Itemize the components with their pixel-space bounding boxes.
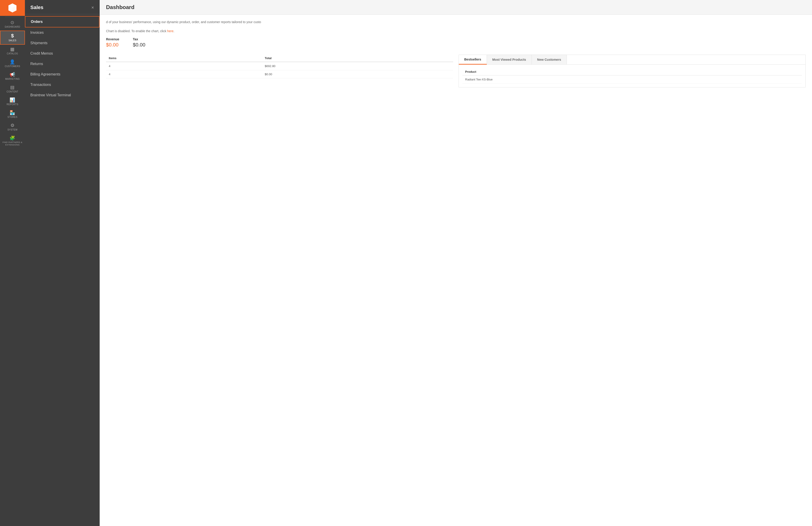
flyout-item-returns[interactable]: Returns [25, 59, 100, 69]
catalog-icon: ▦ [10, 47, 15, 52]
bestsellers-table: Product Radiant Tee-XS-Blue [462, 68, 802, 84]
main-header: Dashboard [100, 0, 812, 15]
chart-disabled-notice: Chart is disabled. To enable the chart, … [106, 29, 806, 33]
flyout-item-braintree[interactable]: Braintree Virtual Terminal [25, 90, 100, 100]
order-items-2: 4 [106, 70, 262, 79]
sales-flyout: Sales × Orders Invoices Shipments Credit… [25, 0, 100, 526]
tabs-section: Bestsellers Most Viewed Products New Cus… [459, 55, 806, 87]
system-icon: ⚙ [11, 123, 15, 128]
revenue-metric: Revenue $0.00 [106, 38, 119, 48]
main-body: d of your business' performance, using o… [100, 15, 812, 526]
sidebar-logo [0, 0, 25, 16]
order-items-1: 4 [106, 62, 262, 70]
flyout-item-orders[interactable]: Orders [25, 16, 100, 27]
sidebar-divider [5, 17, 20, 17]
sidebar-item-sales[interactable]: $ Sales [0, 31, 25, 45]
flyout-header: Sales × [25, 4, 100, 14]
tabs-container: Bestsellers Most Viewed Products New Cus… [459, 55, 806, 87]
sidebar: ⊙ Dashboard $ Sales ▦ Catalog 👤 Customer… [0, 0, 25, 526]
marketing-icon: 📢 [10, 72, 15, 77]
tab-content-bestsellers: Product Radiant Tee-XS-Blue [459, 65, 806, 87]
bestseller-product-1: Radiant Tee-XS-Blue [462, 75, 802, 84]
sidebar-item-dashboard[interactable]: ⊙ Dashboard [0, 18, 25, 31]
order-total-1: $692.80 [262, 62, 453, 70]
tab-new-customers[interactable]: New Customers [532, 55, 567, 65]
sidebar-item-label: Reports [6, 103, 18, 106]
sidebar-item-stores[interactable]: 🏪 Stores [0, 108, 25, 121]
dashboard-icon: ⊙ [11, 20, 14, 25]
revenue-label: Revenue [106, 38, 119, 41]
orders-col-items: Items [106, 55, 262, 62]
flyout-title: Sales [30, 4, 44, 11]
flyout-item-credit-memos[interactable]: Credit Memos [25, 48, 100, 59]
page-title: Dashboard [106, 4, 806, 11]
sidebar-item-label: Find Partners & Extensions [1, 141, 24, 146]
metrics-row: Revenue $0.00 Tax $0.00 [106, 38, 806, 48]
sidebar-item-label: Marketing [5, 78, 20, 81]
chart-enable-link[interactable]: here [167, 29, 174, 33]
orders-table: Items Total 4 $692.80 4 $0.00 [106, 55, 453, 79]
tab-most-viewed[interactable]: Most Viewed Products [487, 55, 532, 65]
tabs-header: Bestsellers Most Viewed Products New Cus… [459, 55, 806, 65]
bestsellers-col-product: Product [462, 68, 802, 75]
sidebar-item-partners[interactable]: 🧩 Find Partners & Extensions [0, 133, 25, 148]
sales-icon: $ [11, 33, 14, 38]
stores-icon: 🏪 [10, 110, 15, 115]
order-total-2: $0.00 [262, 70, 453, 79]
flyout-close-button[interactable]: × [91, 5, 94, 10]
sidebar-item-system[interactable]: ⚙ System [0, 121, 25, 133]
sidebar-item-label: Customers [5, 65, 20, 68]
table-row: 4 $692.80 [106, 62, 453, 70]
sidebar-item-content[interactable]: ▤ Content [0, 83, 25, 96]
main-content: Dashboard d of your business' performanc… [100, 0, 812, 526]
revenue-value: $0.00 [106, 42, 119, 48]
tax-metric: Tax $0.00 [133, 38, 145, 48]
sidebar-item-label: Catalog [7, 52, 18, 55]
sidebar-item-label: Dashboard [5, 26, 20, 28]
reports-icon: 📊 [10, 98, 15, 102]
flyout-item-invoices[interactable]: Invoices [25, 27, 100, 38]
tax-value: $0.00 [133, 42, 145, 48]
flyout-item-transactions[interactable]: Transactions [25, 80, 100, 90]
partners-icon: 🧩 [10, 136, 15, 140]
content-icon: ▤ [10, 85, 15, 89]
orders-col-total: Total [262, 55, 453, 62]
sidebar-item-reports[interactable]: 📊 Reports [0, 96, 25, 108]
sidebar-item-label: Sales [9, 39, 16, 42]
tax-label: Tax [133, 38, 145, 41]
sidebar-item-label: Content [6, 90, 18, 93]
bottom-section: Items Total 4 $692.80 4 $0.00 [106, 55, 806, 87]
sidebar-item-label: System [8, 128, 17, 131]
sidebar-item-label: Stores [8, 116, 17, 118]
dashboard-intro: d of your business' performance, using o… [106, 20, 806, 24]
sidebar-item-catalog[interactable]: ▦ Catalog [0, 45, 25, 57]
sidebar-item-customers[interactable]: 👤 Customers [0, 57, 25, 70]
list-item: Radiant Tee-XS-Blue [462, 75, 802, 84]
table-row: 4 $0.00 [106, 70, 453, 79]
orders-section: Items Total 4 $692.80 4 $0.00 [106, 55, 453, 87]
flyout-item-shipments[interactable]: Shipments [25, 38, 100, 48]
sidebar-item-marketing[interactable]: 📢 Marketing [0, 70, 25, 83]
customers-icon: 👤 [10, 60, 15, 64]
tab-bestsellers[interactable]: Bestsellers [459, 55, 487, 65]
flyout-item-billing-agreements[interactable]: Billing Agreements [25, 69, 100, 80]
